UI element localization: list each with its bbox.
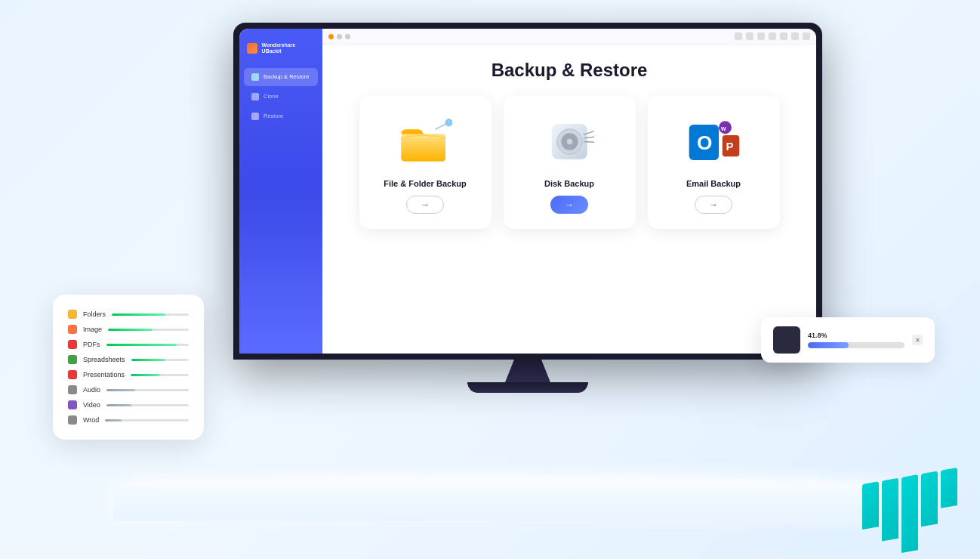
spreadsheets-bar [131, 359, 189, 361]
spreadsheets-bar-fill [131, 359, 166, 361]
card-disk-btn[interactable]: → [550, 196, 588, 214]
main-content: Backup & Restore [322, 45, 816, 354]
pdfs-dot [68, 340, 77, 349]
restore-icon [251, 113, 259, 120]
card-disk: Disk Backup → [504, 96, 636, 229]
sidebar-label-backup: Backup & Restore [263, 73, 309, 80]
wc-orange-btn[interactable] [328, 34, 334, 39]
disk-icon-area [539, 111, 599, 171]
svg-text:O: O [697, 131, 712, 153]
hdd-icon [773, 326, 800, 354]
word-bar-fill [105, 419, 122, 422]
page-title: Backup & Restore [345, 60, 794, 81]
teal-block-5 [941, 468, 957, 508]
monitor-base [467, 382, 588, 393]
teal-block-1 [862, 481, 879, 530]
folders-bar-fill [112, 313, 165, 316]
wc-gray-btn2[interactable] [345, 34, 350, 39]
progress-area: 41.8% [808, 332, 904, 348]
audio-bar [106, 389, 189, 391]
presentations-label: Presentations [83, 371, 125, 378]
word-label: Wrod [83, 416, 99, 424]
card-file-folder-btn[interactable]: → [406, 196, 444, 214]
file-row-word: Wrod [68, 412, 189, 428]
clone-icon [251, 93, 259, 100]
headset-icon[interactable] [746, 32, 753, 40]
svg-text:w: w [720, 124, 726, 131]
file-row-image: Image [68, 322, 189, 337]
file-row-audio: Audio [68, 382, 189, 397]
sidebar-item-clone[interactable]: Clone [244, 88, 318, 106]
teal-block-3 [901, 474, 918, 553]
file-folder-icon-area [395, 111, 455, 171]
sidebar: Wondershare UBackit Backup & Restore Clo… [239, 29, 322, 354]
app-name: Wondershare UBackit [262, 42, 315, 55]
minimize-icon[interactable] [780, 32, 787, 40]
sidebar-item-backup[interactable]: Backup & Restore [244, 68, 318, 86]
file-row-folders: Folders [68, 307, 189, 322]
image-dot [68, 325, 77, 334]
svg-point-3 [445, 119, 452, 126]
folders-label: Folders [83, 310, 106, 318]
audio-dot [68, 385, 77, 394]
video-bar [106, 404, 189, 406]
menu-icon[interactable] [769, 32, 776, 40]
app-window: Wondershare UBackit Backup & Restore Clo… [239, 29, 816, 354]
file-row-pdfs: PDFs [68, 337, 189, 352]
video-dot [68, 400, 77, 409]
progress-close-btn[interactable]: ✕ [912, 335, 923, 345]
pdfs-bar-fill [106, 344, 177, 346]
monitor-screen: Wondershare UBackit Backup & Restore Clo… [233, 23, 822, 360]
audio-bar-fill [106, 389, 135, 391]
presentations-dot [68, 370, 77, 379]
word-bar [105, 419, 189, 422]
card-email: O w P [648, 96, 780, 229]
sidebar-label-restore: Restore [263, 113, 283, 119]
word-dot [68, 415, 77, 425]
card-disk-title: Disk Backup [544, 179, 594, 188]
folder-icon [398, 119, 452, 164]
teal-block-4 [921, 471, 938, 527]
sidebar-item-restore[interactable]: Restore [244, 107, 318, 125]
folders-bar [112, 313, 189, 316]
teal-blocks-decoration [862, 468, 957, 559]
file-row-video: Video [68, 397, 189, 412]
email-icon-area: O w P [683, 111, 744, 171]
app-logo: Wondershare UBackit [239, 38, 322, 67]
floating-progress-panel: 41.8% ✕ [761, 317, 935, 363]
card-email-btn[interactable]: → [695, 196, 732, 214]
progress-bar-bg [808, 342, 904, 348]
user-icon[interactable] [757, 32, 765, 40]
monitor-bezel: Wondershare UBackit Backup & Restore Clo… [239, 29, 816, 354]
audio-label: Audio [83, 386, 100, 394]
close-icon[interactable] [803, 32, 810, 40]
title-icons-row [735, 32, 810, 40]
teal-block-2 [882, 478, 898, 542]
maximize-icon[interactable] [791, 32, 799, 40]
spreadsheets-label: Spreadsheets [83, 356, 125, 363]
main-content-area: Backup & Restore [322, 29, 816, 354]
video-bar-fill [106, 404, 131, 406]
monitor-stand [505, 360, 550, 382]
svg-text:P: P [726, 139, 733, 152]
image-label: Image [83, 326, 102, 333]
spreadsheets-dot [68, 355, 77, 364]
help-icon[interactable] [735, 32, 742, 40]
backup-icon [251, 73, 259, 81]
email-icon: O w P [686, 117, 742, 166]
wc-gray-btn1[interactable] [337, 34, 342, 39]
sidebar-label-clone: Clone [263, 93, 279, 100]
video-label: Video [83, 401, 100, 409]
logo-icon [247, 43, 257, 54]
monitor: Wondershare UBackit Backup & Restore Clo… [233, 23, 822, 393]
file-row-presentations: Presentations [68, 367, 189, 382]
presentations-bar [131, 374, 189, 376]
presentations-bar-fill [131, 374, 159, 376]
folders-dot [68, 310, 77, 319]
progress-percent: 41.8% [808, 332, 904, 339]
file-row-spreadsheets: Spreadsheets [68, 352, 189, 367]
window-titlebar [322, 29, 816, 45]
image-bar-fill [108, 329, 153, 331]
wc-buttons [328, 34, 350, 39]
platform-base [113, 476, 904, 521]
